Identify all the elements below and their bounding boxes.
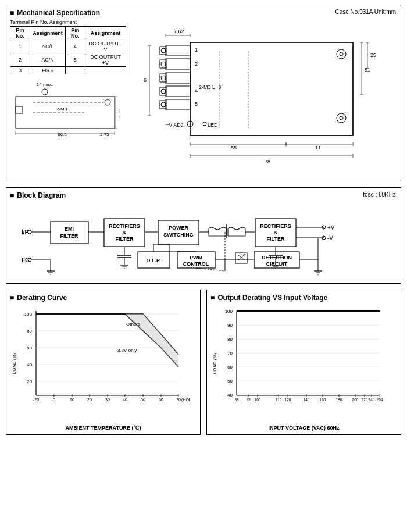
block-diagram-area: I/P EMI FILTER RECTIFIERS & FILTER (10, 204, 397, 280)
svg-text:88: 88 (234, 398, 239, 402)
svg-text:14: 14 (119, 115, 120, 120)
svg-point-78 (340, 116, 343, 120)
derating-title: Derating Curve (10, 294, 197, 302)
svg-text:CIRCUIT: CIRCUIT (266, 261, 288, 267)
svg-text:78: 78 (265, 159, 270, 165)
svg-text:1: 1 (195, 47, 198, 53)
svg-rect-2 (16, 97, 115, 128)
svg-point-29 (161, 76, 166, 80)
svg-text:100: 100 (255, 398, 261, 402)
derating-section: Derating Curve LOAD (%) 100 80 (6, 290, 201, 435)
svg-text:FILTER: FILTER (116, 236, 134, 242)
page: Mechanical Specification Case No.931A Un… (0, 0, 407, 440)
svg-rect-27 (166, 73, 190, 83)
svg-text:10: 10 (70, 398, 74, 402)
svg-text:60: 60 (27, 345, 32, 351)
svg-text:20: 20 (27, 379, 32, 384)
svg-point-50 (203, 122, 206, 126)
svg-text:CONTROL: CONTROL (183, 261, 209, 267)
svg-text:25.4: 25.4 (370, 52, 376, 58)
svg-text:140: 140 (304, 398, 310, 402)
svg-text:2-M3: 2-M3 (56, 106, 67, 112)
output-derating-svg: LOAD (%) 100 90 80 70 60 50 (210, 305, 391, 422)
svg-text:POWER: POWER (169, 225, 189, 231)
svg-line-159 (242, 254, 245, 256)
derating-x-label: AMBIENT TEMPERATURE (℃) (10, 425, 197, 431)
svg-point-32 (161, 89, 166, 94)
svg-text:180: 180 (336, 398, 342, 402)
svg-text:(HORIZONTAL): (HORIZONTAL) (181, 398, 190, 402)
svg-rect-30 (166, 86, 190, 97)
svg-text:-V: -V (327, 235, 333, 241)
svg-text:4: 4 (195, 88, 198, 94)
svg-text:100: 100 (225, 309, 233, 314)
svg-text:+V ADJ.: +V ADJ. (166, 122, 185, 128)
svg-text:O.L.P.: O.L.P. (147, 258, 161, 263)
svg-text:80: 80 (227, 337, 233, 342)
svg-point-7 (105, 99, 110, 105)
svg-text:160: 160 (320, 398, 326, 402)
terminal-table: Pin No.AssignmentPin No.Assignment 1AC/L… (10, 26, 126, 74)
svg-text:FILTER: FILTER (267, 236, 285, 242)
svg-text:30: 30 (105, 398, 110, 402)
svg-line-148 (196, 268, 225, 271)
block-diagram-svg: I/P EMI FILTER RECTIFIERS & FILTER (10, 204, 399, 280)
svg-text:40: 40 (123, 398, 127, 402)
svg-rect-23 (166, 59, 190, 69)
svg-text:70: 70 (176, 398, 181, 402)
svg-text:40: 40 (227, 392, 233, 398)
svg-text:-20: -20 (33, 398, 39, 402)
svg-point-21 (161, 48, 166, 53)
svg-point-77 (337, 113, 346, 123)
svg-point-52 (340, 52, 343, 56)
case-info: Case No.931A Unit:mm (335, 9, 397, 15)
svg-text:SWITCHING: SWITCHING (163, 232, 194, 238)
svg-text:14 max.: 14 max. (37, 82, 53, 87)
svg-rect-35 (166, 99, 190, 110)
output-derating-chart: LOAD (%) 100 90 80 70 60 50 (210, 305, 397, 431)
svg-point-1 (42, 89, 48, 95)
svg-text:66.5: 66.5 (58, 132, 67, 137)
svg-text:5: 5 (195, 101, 198, 107)
svg-text:115: 115 (276, 398, 282, 402)
mechanical-svg: 1 2 4 2-M3 L=3 (132, 19, 376, 176)
svg-text:100: 100 (24, 312, 33, 317)
output-derating-section: Output Derating VS Input Voltage LOAD (%… (206, 290, 401, 435)
svg-text:EMI: EMI (65, 226, 74, 232)
output-derating-x-label: INPUT VOLTAGE (VAC) 60Hz (210, 425, 397, 431)
svg-text:LOAD (%): LOAD (%) (12, 352, 17, 374)
mech-drawing: 1 2 4 2-M3 L=3 (132, 19, 397, 177)
terminal-label: Terminal Pin No. Assignment (10, 19, 126, 25)
svg-text:50: 50 (227, 379, 233, 384)
svg-text:70: 70 (227, 351, 233, 356)
derating-chart: LOAD (%) 100 80 60 (10, 305, 197, 431)
svg-point-51 (337, 49, 346, 59)
svg-text:RECTIFIERS: RECTIFIERS (109, 223, 140, 229)
svg-text:120: 120 (285, 398, 291, 402)
svg-text:FG: FG (22, 257, 30, 263)
block-diagram-section: Block Diagram fosc : 60KHz I/P EMI FILTE… (6, 187, 401, 284)
charts-row: Derating Curve LOAD (%) 100 80 (6, 290, 401, 435)
svg-text:60: 60 (227, 365, 233, 370)
svg-text:FILTER: FILTER (60, 233, 78, 239)
svg-text:LED: LED (208, 122, 218, 128)
svg-rect-155 (235, 253, 247, 263)
svg-text:80: 80 (27, 329, 32, 334)
svg-text:3.3V only: 3.3V only (117, 348, 137, 353)
svg-text:2-M3 L=3: 2-M3 L=3 (199, 84, 221, 90)
svg-text:7.62: 7.62 (174, 28, 184, 34)
svg-rect-19 (166, 45, 190, 56)
svg-text:28: 28 (119, 108, 120, 113)
svg-line-158 (240, 254, 242, 256)
output-derating-title: Output Derating VS Input Voltage (210, 294, 397, 302)
svg-text:RECTIFIERS: RECTIFIERS (260, 223, 291, 229)
svg-rect-6 (16, 106, 23, 113)
svg-rect-82 (51, 222, 88, 244)
svg-text:20: 20 (87, 398, 92, 402)
svg-text:90: 90 (227, 323, 233, 328)
svg-text:264: 264 (377, 398, 383, 402)
svg-text:55: 55 (231, 145, 237, 151)
svg-text:11: 11 (315, 145, 321, 151)
svg-text:DETECTION: DETECTION (262, 255, 292, 260)
svg-point-25 (161, 62, 166, 66)
